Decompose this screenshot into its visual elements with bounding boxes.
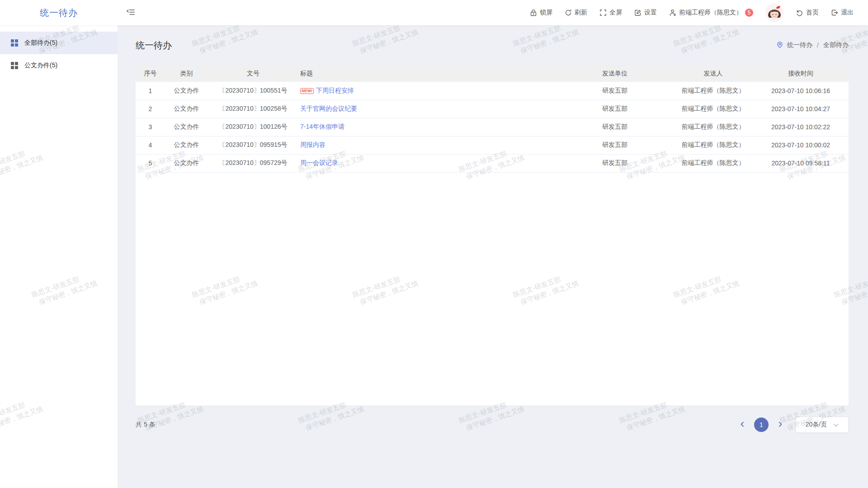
grid-icon	[11, 39, 18, 47]
home-button[interactable]: 首页	[796, 9, 819, 17]
cell-unit: 研发五部	[556, 82, 674, 100]
cell-doc-no: 〔20230710〕100258号	[208, 100, 298, 118]
prev-page-button[interactable]	[739, 421, 746, 429]
page-size-select[interactable]: 20条/页	[796, 417, 849, 433]
doc-title-link[interactable]: 下周日程安排	[316, 87, 354, 94]
app-root: 统一待办 锁屏	[0, 0, 868, 488]
settings-button[interactable]: 设置	[634, 9, 657, 17]
user-name-label: 前端工程师（陈思文）	[679, 9, 742, 17]
cell-seq: 1	[136, 82, 165, 100]
page-size-value: 20条/页	[806, 421, 827, 429]
cell-received: 2023-07-10 10:00:02	[753, 136, 849, 154]
col-header-title: 标题	[298, 65, 556, 82]
cell-category: 公文办件	[165, 82, 208, 100]
cell-unit: 研发五部	[556, 100, 674, 118]
col-header-unit: 发送单位	[556, 65, 674, 82]
page-title: 统一待办	[136, 39, 172, 52]
table-row: 1 公文办件 〔20230710〕100551号 NEW!下周日程安排 研发五部…	[136, 82, 849, 100]
cell-sender: 前端工程师（陈思文）	[674, 118, 753, 136]
cell-category: 公文办件	[165, 136, 208, 154]
location-pin-icon	[776, 41, 783, 50]
cell-sender: 前端工程师（陈思文）	[674, 82, 753, 100]
cell-received: 2023-07-10 10:02:22	[753, 118, 849, 136]
next-page-button[interactable]	[777, 421, 784, 429]
refresh-button[interactable]: 刷新	[565, 9, 587, 17]
table-row: 3 公文办件 〔20230710〕100126号 7-14年休假申请 研发五部 …	[136, 118, 849, 136]
todo-table-card: 序号 类别 文号 标题 发送单位 发送人 接收时间 1 公文办件 〔202307…	[136, 65, 849, 405]
page-number-button[interactable]: 1	[754, 418, 769, 432]
lock-screen-label: 锁屏	[540, 9, 552, 17]
cell-received: 2023-07-10 10:04:27	[753, 100, 849, 118]
todo-count-badge: 5	[745, 9, 753, 17]
col-header-doc-no: 文号	[208, 65, 298, 82]
breadcrumb-separator: /	[817, 42, 819, 49]
sidebar-item-all-todo[interactable]: 全部待办(5)	[0, 32, 118, 54]
top-bar-actions: 锁屏 刷新 全屏	[530, 4, 868, 22]
fullscreen-button[interactable]: 全屏	[599, 9, 622, 17]
table-row: 5 公文办件 〔20230710〕095729号 周一会议记录 研发五部 前端工…	[136, 154, 849, 172]
cell-sender: 前端工程师（陈思文）	[674, 136, 753, 154]
todo-table: 序号 类别 文号 标题 发送单位 发送人 接收时间 1 公文办件 〔202307…	[136, 65, 849, 173]
cell-title: NEW!下周日程安排	[298, 82, 556, 100]
sidebar-item-label: 全部待办(5)	[24, 39, 57, 47]
user-icon	[669, 9, 676, 16]
cell-seq: 3	[136, 118, 165, 136]
top-bar-left: 统一待办	[0, 6, 137, 20]
cell-category: 公文办件	[165, 154, 208, 172]
grid-icon	[11, 62, 18, 69]
cell-title: 周报内容	[298, 136, 556, 154]
current-user[interactable]: 前端工程师（陈思文） 5	[669, 9, 753, 17]
collapse-menu-icon	[127, 9, 135, 17]
cell-doc-no: 〔20230710〕100551号	[208, 82, 298, 100]
refresh-icon	[565, 9, 572, 16]
sidebar-item-label: 公文办件(5)	[24, 61, 57, 70]
breadcrumb-item-root[interactable]: 统一待办	[787, 41, 812, 49]
cell-received: 2023-07-10 09:58:11	[753, 154, 849, 172]
doc-title-link[interactable]: 7-14年休假申请	[300, 123, 344, 130]
cell-doc-no: 〔20230710〕095915号	[208, 136, 298, 154]
avatar[interactable]	[765, 4, 783, 22]
sidebar-collapse-button[interactable]	[124, 6, 137, 20]
home-label: 首页	[806, 9, 819, 17]
cell-seq: 5	[136, 154, 165, 172]
cell-sender: 前端工程师（陈思文）	[674, 154, 753, 172]
doc-title-link[interactable]: 关于官网的会议纪要	[300, 105, 357, 112]
breadcrumb-item-current[interactable]: 全部待办	[823, 41, 849, 49]
pagination-total: 共 5 条	[136, 421, 156, 429]
cell-sender: 前端工程师（陈思文）	[674, 100, 753, 118]
breadcrumb: 统一待办 / 全部待办	[776, 41, 849, 50]
logout-button[interactable]: 退出	[831, 9, 854, 17]
app-logo: 统一待办	[0, 7, 118, 19]
doc-title-link[interactable]: 周报内容	[300, 141, 326, 148]
cell-seq: 4	[136, 136, 165, 154]
new-badge: NEW!	[300, 88, 314, 94]
logout-label: 退出	[841, 9, 854, 17]
col-header-seq: 序号	[136, 65, 165, 82]
chevron-down-icon	[833, 421, 839, 428]
chevron-left-icon	[740, 422, 745, 428]
fullscreen-icon	[599, 9, 607, 16]
lock-icon	[530, 9, 537, 16]
cell-seq: 2	[136, 100, 165, 118]
home-undo-icon	[796, 9, 803, 16]
doc-title-link[interactable]: 周一会议记录	[300, 159, 338, 166]
lock-screen-button[interactable]: 锁屏	[530, 9, 552, 17]
cell-category: 公文办件	[165, 100, 208, 118]
cell-unit: 研发五部	[556, 154, 674, 172]
col-header-received: 接收时间	[753, 65, 849, 82]
cell-doc-no: 〔20230710〕095729号	[208, 154, 298, 172]
top-bar: 统一待办 锁屏	[0, 0, 868, 25]
pagination-bar: 共 5 条 1 20条/页	[136, 417, 849, 433]
page-head: 统一待办 统一待办 / 全部待办	[136, 25, 849, 65]
col-header-sender: 发送人	[674, 65, 753, 82]
sidebar: 全部待办(5) 公文办件(5)	[0, 25, 118, 488]
refresh-label: 刷新	[575, 9, 587, 17]
settings-label: 设置	[644, 9, 657, 17]
pagination-controls: 1 20条/页	[739, 417, 849, 433]
cell-title: 关于官网的会议纪要	[298, 100, 556, 118]
sidebar-item-official-docs[interactable]: 公文办件(5)	[0, 54, 118, 77]
col-header-category: 类别	[165, 65, 208, 82]
fullscreen-label: 全屏	[609, 9, 622, 17]
table-row: 2 公文办件 〔20230710〕100258号 关于官网的会议纪要 研发五部 …	[136, 100, 849, 118]
table-row: 4 公文办件 〔20230710〕095915号 周报内容 研发五部 前端工程师…	[136, 136, 849, 154]
